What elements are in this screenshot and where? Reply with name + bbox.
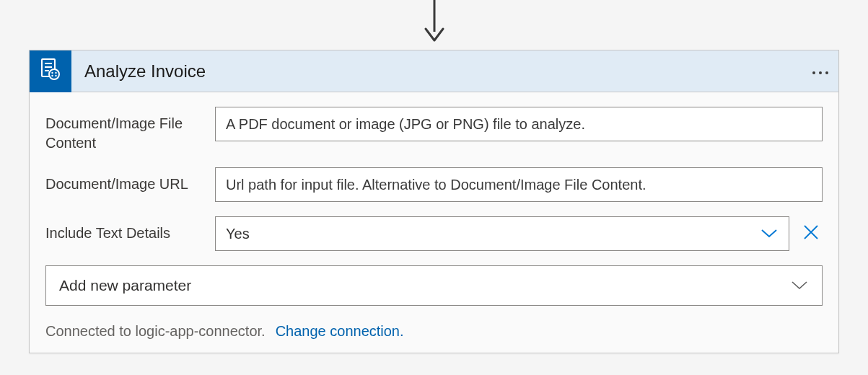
change-connection-link[interactable]: Change connection. [276, 323, 404, 340]
field-row-include-text: Include Text Details Yes [45, 216, 823, 251]
svg-point-10 [812, 71, 815, 74]
select-value: Yes [226, 226, 250, 242]
chevron-down-icon [790, 278, 809, 294]
svg-point-7 [55, 72, 56, 74]
connected-to-text: Connected to logic-app-connector. [45, 323, 266, 340]
svg-point-12 [825, 71, 828, 74]
svg-point-5 [49, 69, 59, 79]
chevron-down-icon [760, 226, 779, 242]
svg-point-8 [51, 75, 53, 76]
svg-point-9 [55, 75, 56, 76]
form-recognizer-icon [38, 57, 63, 85]
card-title: Analyze Invoice [71, 61, 802, 81]
flow-arrow-down [0, 0, 868, 46]
field-row-url: Document/Image URL [45, 167, 823, 202]
connection-footer: Connected to logic-app-connector. Change… [45, 323, 823, 340]
ellipsis-icon [811, 63, 830, 79]
add-parameter-dropdown[interactable]: Add new parameter [45, 265, 823, 306]
url-input[interactable] [215, 167, 823, 202]
field-row-file-content: Document/Image File Content [45, 107, 823, 153]
field-label: Document/Image URL [45, 167, 215, 194]
field-label: Include Text Details [45, 216, 215, 243]
field-label: Document/Image File Content [45, 107, 215, 153]
card-body: Document/Image File Content Document/Ima… [30, 92, 838, 353]
svg-point-6 [51, 72, 53, 74]
action-card: Analyze Invoice Document/Image File Cont… [29, 50, 839, 353]
remove-parameter-button[interactable] [799, 221, 823, 247]
add-parameter-label: Add new parameter [59, 277, 191, 294]
card-menu-button[interactable] [802, 63, 838, 79]
file-content-input[interactable] [215, 107, 823, 141]
close-icon [802, 228, 820, 244]
include-text-select[interactable]: Yes [215, 216, 789, 251]
svg-point-11 [819, 71, 822, 74]
card-header[interactable]: Analyze Invoice [30, 50, 838, 92]
connector-icon-box [30, 50, 71, 92]
